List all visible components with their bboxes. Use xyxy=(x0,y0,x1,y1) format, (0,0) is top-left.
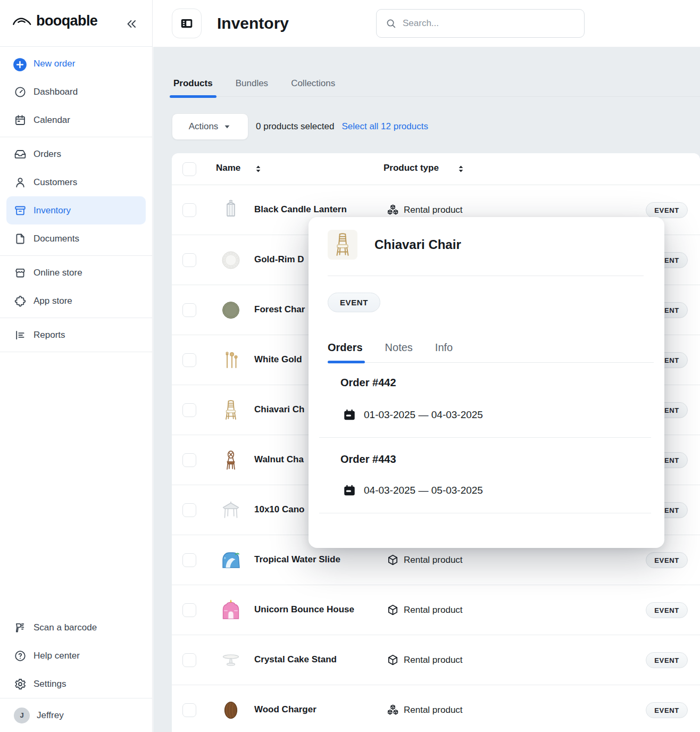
row-checkbox[interactable] xyxy=(182,653,196,667)
tab-collections[interactable]: Collections xyxy=(289,72,337,96)
product-name: Chiavari Ch xyxy=(254,404,304,415)
sidebar-item-dashboard[interactable]: Dashboard xyxy=(0,78,152,106)
caret-down-icon xyxy=(223,122,231,131)
sidebar-item-label: Documents xyxy=(34,234,79,244)
divider xyxy=(328,276,644,276)
sidebar-item-online-store[interactable]: Online store xyxy=(0,259,152,287)
search-input[interactable] xyxy=(403,18,576,29)
product-name: Walnut Cha xyxy=(254,454,304,465)
cake-stand-thumb xyxy=(218,647,244,673)
row-checkbox[interactable] xyxy=(182,253,196,267)
puzzle-icon xyxy=(14,295,27,307)
popover-tab-orders[interactable]: Orders xyxy=(328,342,363,354)
event-badge: EVENT xyxy=(646,652,688,668)
event-badge: EVENT xyxy=(646,602,688,618)
calendar-solid-icon xyxy=(343,408,356,422)
popover-tab-info[interactable]: Info xyxy=(435,342,453,354)
cube-icon xyxy=(387,654,399,666)
event-badge: EVENT xyxy=(646,702,688,718)
select-all-link[interactable]: Select all 12 products xyxy=(341,121,428,132)
question-circle-icon xyxy=(14,650,27,662)
gauge-icon xyxy=(14,86,27,98)
sidebar-item-documents[interactable]: Documents xyxy=(0,224,152,253)
sidebar-item-scan-a-barcode[interactable]: Scan a barcode xyxy=(0,613,152,642)
row-checkbox[interactable] xyxy=(182,553,196,567)
table-row[interactable]: Crystal Cake StandRental productEVENT xyxy=(172,635,700,685)
product-name: Tropical Water Slide xyxy=(254,554,340,565)
sidebar-item-label: Dashboard xyxy=(34,87,78,97)
table-row[interactable]: Unicorn Bounce HouseRental productEVENT xyxy=(172,585,700,635)
sidebar-section: New orderDashboardCalendar xyxy=(0,47,152,137)
archive-box-icon xyxy=(14,204,27,217)
user-menu[interactable]: J Jeffrey xyxy=(0,698,152,732)
search-box[interactable] xyxy=(376,9,585,38)
sidebar-item-customers[interactable]: Customers xyxy=(0,168,152,196)
sidebar-nav: New orderDashboardCalendarOrdersCustomer… xyxy=(0,47,152,352)
row-checkbox[interactable] xyxy=(182,453,196,467)
sidebar-item-label: Orders xyxy=(34,149,61,160)
sidebar-item-inventory[interactable]: Inventory xyxy=(6,196,146,224)
divider xyxy=(319,513,651,513)
actions-button[interactable]: Actions xyxy=(172,113,248,140)
sidebar-item-orders[interactable]: Orders xyxy=(0,140,152,168)
sidebar-item-label: Reports xyxy=(34,330,65,340)
walnut-chair-thumb xyxy=(218,447,244,473)
collapse-sidebar-icon[interactable] xyxy=(124,17,138,31)
avatar: J xyxy=(14,708,30,723)
cube-icon xyxy=(387,554,399,566)
sidebar-logo-row: booqable xyxy=(0,0,152,47)
sidebar-item-settings[interactable]: Settings xyxy=(0,670,152,698)
sidebar-item-label: Customers xyxy=(34,177,77,188)
inventory-page-icon-button[interactable] xyxy=(172,9,202,38)
boomerang-logo-icon xyxy=(12,14,32,28)
table-header-row: Name Product type xyxy=(172,153,700,185)
bulk-actions-toolbar: Actions 0 products selected Select all 1… xyxy=(172,113,428,140)
product-type: Rental product xyxy=(404,655,463,666)
event-badge: EVENT xyxy=(646,552,688,568)
sort-product-type-icon[interactable] xyxy=(455,163,466,174)
row-checkbox[interactable] xyxy=(182,203,196,217)
row-checkbox[interactable] xyxy=(182,303,196,317)
sidebar-item-calendar[interactable]: Calendar xyxy=(0,106,152,134)
barcode-scanner-icon xyxy=(14,621,27,634)
sidebar-item-label: Settings xyxy=(34,679,66,689)
product-name: Forest Char xyxy=(254,304,305,315)
popover-tab-notes[interactable]: Notes xyxy=(385,342,413,354)
sidebar-item-help-center[interactable]: Help center xyxy=(0,642,152,670)
popover-active-tab-underline xyxy=(328,361,365,363)
tab-products[interactable]: Products xyxy=(172,72,214,96)
tab-bundles[interactable]: Bundles xyxy=(234,72,270,96)
sidebar-item-label: Inventory xyxy=(34,205,71,216)
select-all-checkbox[interactable] xyxy=(182,162,196,176)
row-checkbox[interactable] xyxy=(182,703,196,717)
cube-icon xyxy=(387,604,399,616)
sort-name-icon[interactable] xyxy=(253,163,264,174)
cubes-cluster-icon xyxy=(387,204,399,216)
sidebar-bottom: Scan a barcodeHelp centerSettings J Jeff… xyxy=(0,613,152,732)
selected-count-text: 0 products selected xyxy=(256,121,334,132)
product-name: 10x10 Cano xyxy=(254,504,305,515)
panel-list-icon xyxy=(179,16,195,30)
sidebar-item-new-order[interactable]: New order xyxy=(0,49,152,78)
calendar-icon xyxy=(14,114,27,127)
order-number[interactable]: Order #442 xyxy=(340,377,396,389)
product-name: Unicorn Bounce House xyxy=(254,604,354,615)
table-row[interactable]: Wood ChargerRental productEVENT xyxy=(172,685,700,732)
product-name: Gold-Rim D xyxy=(254,254,304,265)
row-checkbox[interactable] xyxy=(182,403,196,417)
sidebar-item-app-store[interactable]: App store xyxy=(0,287,152,315)
canopy-thumb xyxy=(218,497,244,523)
sidebar-item-label: App store xyxy=(34,296,72,306)
row-checkbox[interactable] xyxy=(182,503,196,517)
chiavari-chair-image xyxy=(328,230,357,260)
row-checkbox[interactable] xyxy=(182,353,196,367)
order-number[interactable]: Order #443 xyxy=(340,453,396,465)
sidebar-section: Online storeApp store xyxy=(0,256,152,318)
product-preview-popover: Chiavari Chair EVENT Orders Notes Info O… xyxy=(309,217,664,548)
row-checkbox[interactable] xyxy=(182,603,196,617)
sidebar-item-label: Calendar xyxy=(34,115,70,126)
sidebar-item-reports[interactable]: Reports xyxy=(0,321,152,349)
product-type: Rental product xyxy=(404,205,463,215)
sidebar-section: Reports xyxy=(0,318,152,352)
plus-circle-icon xyxy=(14,57,27,70)
